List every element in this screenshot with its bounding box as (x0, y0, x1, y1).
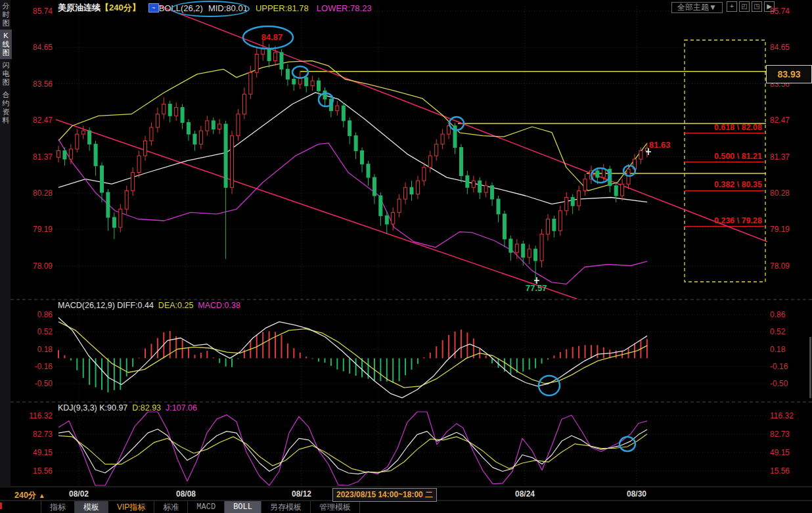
sidebar-item-flash-chart[interactable]: 闪电图 (0, 59, 12, 89)
macd-histogram-bar (175, 336, 177, 359)
candle-body (435, 144, 438, 156)
macd-axis-label-left: 0.18 (12, 345, 53, 354)
period-arrow-icon: ▲ (39, 492, 45, 499)
macd-histogram-bar (262, 332, 263, 358)
candle-body (144, 141, 147, 156)
macd-histogram-bar (83, 358, 84, 378)
macd-histogram-bar (541, 358, 543, 363)
candle-body (175, 108, 178, 116)
candle-body (242, 94, 246, 114)
chart-icon: ~ (148, 3, 159, 12)
sidebar-item-time-chart[interactable]: 分时图 (0, 0, 12, 30)
main-axis-label-left: 84.65 (12, 43, 53, 52)
indicator-name: BOLL(26,2) (159, 3, 203, 13)
fib-level-label: 0.382 \ 80.35 (657, 180, 762, 189)
macd-histogram-bar (405, 358, 406, 375)
move-icon[interactable]: + (727, 1, 737, 12)
macd-histogram-bar (417, 358, 418, 363)
highlighted-date-label: 2023/08/15 14:00~18:00 二 (332, 488, 437, 502)
sidebar-item-kline-chart[interactable]: K线图 (0, 30, 12, 59)
toolbar-item-macd[interactable]: MACD (188, 501, 225, 513)
candle-body (546, 219, 549, 234)
window-icons: + ◰ ◳ ▶ (727, 1, 775, 12)
sidebar-item-contract-info[interactable]: 合约资料 (0, 89, 12, 127)
price-alert-box: 83.93 (766, 65, 812, 83)
candle-body (156, 114, 159, 127)
candle-body (212, 121, 215, 129)
period-selector[interactable]: 240分 ▲ (14, 490, 45, 501)
macd-histogram-bar (547, 358, 549, 359)
candle-body (367, 164, 370, 177)
candle-body (361, 151, 364, 164)
kdj-axis-label-right: 15.56 (770, 466, 790, 476)
candle-body (274, 53, 277, 61)
candle-body (614, 186, 618, 196)
scale-right-icon[interactable]: ◳ (752, 1, 762, 12)
theme-dropdown-button[interactable]: 全部主题▼ (671, 2, 723, 13)
macd-histogram-bar (566, 349, 567, 359)
main-axis-label-right: 81.37 (770, 152, 790, 162)
macd-histogram-bar (213, 357, 214, 358)
candle-body (621, 184, 624, 196)
chart-header: 美原油连续 【240分】 ~ BOLL(26,2) MID:80.01 UPPE… (58, 2, 372, 14)
macd-histogram-bar (287, 344, 288, 359)
candle-body (125, 190, 128, 209)
scale-left-icon[interactable]: ◰ (739, 1, 750, 12)
candle-body (317, 81, 321, 91)
candle-body (323, 91, 327, 99)
candle-body (286, 69, 289, 79)
macd-histogram-bar (535, 358, 536, 368)
candle-body (280, 53, 283, 69)
macd-histogram-bar (231, 358, 233, 367)
macd-histogram-bar (436, 346, 437, 358)
candle-body (311, 81, 314, 86)
macd-histogram-bar (206, 351, 208, 358)
macd-histogram-bar (591, 345, 592, 358)
candle-body (404, 187, 407, 199)
toolbar-item-manage-template[interactable]: 管理模板 (311, 501, 360, 513)
toolbar-item-template[interactable]: 模板 (75, 501, 108, 513)
toolbar-item-boll[interactable]: BOLL (225, 501, 261, 513)
macd-histogram-bar (132, 358, 133, 367)
toolbar-item-vip-indicator[interactable]: VIP指标 (108, 501, 154, 513)
candle-body (522, 244, 525, 257)
boll-lower-value: LOWER:78.23 (317, 3, 372, 13)
candle-body (168, 104, 171, 116)
macd-histogram-bar (188, 348, 189, 359)
candle-body (422, 167, 426, 181)
annotation-ellipse (620, 437, 635, 451)
candle-body (255, 54, 258, 72)
candle-body (224, 124, 227, 187)
macd-histogram-bar (386, 358, 388, 381)
period-badge: 【240分】 (101, 2, 141, 14)
macd-histogram-bar (597, 345, 598, 358)
macd-histogram-bar (485, 355, 487, 358)
shift-right-icon[interactable]: ▶ (764, 1, 775, 12)
macd-histogram-bar (411, 358, 413, 369)
macd-histogram-bar (603, 347, 604, 359)
candle-body (392, 212, 395, 224)
candle-body (497, 199, 500, 214)
candle-body (503, 214, 506, 239)
candle-body (410, 187, 413, 194)
macd-histogram-bar (336, 358, 338, 369)
candle-body (94, 144, 97, 166)
macd-dea-value: DEA:0.25 (158, 301, 194, 310)
candle-body (112, 217, 116, 227)
macd-histogram-bar (585, 345, 586, 358)
candle-body (577, 190, 581, 206)
annotation-ellipse (591, 168, 610, 183)
toolbar-item-indicator[interactable]: 指标 (41, 501, 75, 513)
macd-histogram-bar (461, 330, 462, 359)
toolbar-item-save-template[interactable]: 另存模板 (261, 501, 311, 513)
macd-title: MACD(26,12,9) (58, 301, 115, 310)
date-label: 08/30 (621, 489, 652, 499)
candle-body (484, 186, 487, 192)
macd-histogram-bar (293, 348, 294, 358)
candle-body (81, 131, 85, 134)
candle-body (565, 198, 568, 211)
toolbar-item-standard[interactable]: 标准 (154, 501, 188, 513)
macd-histogram-bar (89, 358, 90, 385)
kdj-k-value: K:90.97 (99, 403, 127, 413)
kdj-j-value: J:107.06 (166, 403, 197, 413)
